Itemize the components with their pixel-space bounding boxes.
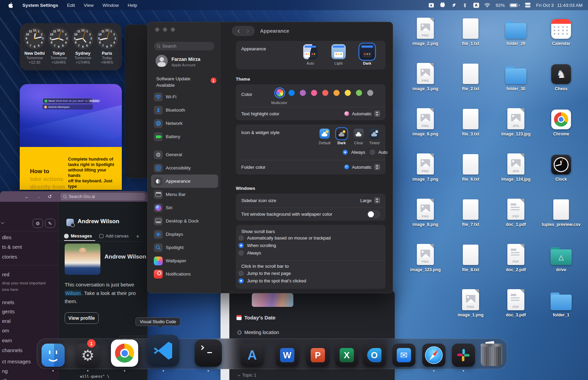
desktop-icon-file-7-txt[interactable]: file_7.txt [450,197,492,227]
text-highlight-dropdown[interactable]: Automatic [344,111,380,117]
swatch-color-1[interactable] [289,90,295,96]
scroll-click-spot-radio[interactable]: Jump to the spot that's clicked [239,278,306,283]
desktop-icon-doc-2-pdf[interactable]: PDFdoc_2.pdf [495,243,537,272]
sidebar-item-directories[interactable]: ctories [2,254,17,260]
scroll-click-next-page-radio[interactable]: Jump to the next page [239,271,291,276]
folder-color-dropdown[interactable]: Automatic [344,164,380,170]
icon-style-dark-thumb[interactable] [337,129,347,139]
battery-icon[interactable] [510,3,520,7]
icon-style-always-radio[interactable]: Always [343,150,365,155]
swatch-color-2[interactable] [300,90,306,96]
dock-item-trash[interactable] [479,341,505,367]
desktop-icon-file-8-txt[interactable]: file_8.txt [450,243,492,272]
menu-help[interactable]: Help [128,3,137,8]
sidebar-item-displays[interactable]: Displays [151,228,218,241]
sidebar-item-random[interactable]: om [2,328,9,333]
menu-app-name[interactable]: System Settings [22,3,58,8]
desktop-icon-image-123-jpg[interactable]: JPGImage_123.jpg [495,107,537,137]
swatch-color-7[interactable] [356,90,362,96]
swatch-color-6[interactable] [345,90,351,96]
sidebar-item-software-update[interactable]: Software Update Available [156,76,191,88]
dock-item-finder[interactable] [42,344,65,367]
desktop-icon-image-8-png[interactable]: PNGimage_8.png [404,197,446,227]
tab-add[interactable]: + [136,233,139,239]
tint-toggle[interactable] [367,211,380,218]
back-chevron-icon[interactable] [238,29,241,33]
leaf-icon[interactable] [451,2,457,8]
slack-search-input[interactable]: Search Gru.ai [61,193,145,200]
swatch-color-5[interactable] [333,90,340,96]
desktop-icon-image-1-png[interactable]: PNGimage_1.png [450,288,492,318]
icon-style-default-thumb[interactable] [320,129,330,139]
view-profile-button[interactable]: View profile [65,312,99,324]
sidebar-item-spotlight[interactable]: Spotlight [151,241,218,254]
desktop-icon-folder-30[interactable]: folder_30 [495,62,537,92]
sidebar-item-bluetooth[interactable]: Bluetooth [151,103,218,117]
slack-settings-button[interactable]: ⚙ [33,219,43,228]
sidebar-item-starred[interactable]: red [2,271,10,277]
mascot-icon[interactable] [439,2,445,8]
sidebar-item-accessibility[interactable]: Accessibility [151,161,218,175]
world-clock-widget[interactable]: 123456789101112New DelhiTomorrow+12:3012… [20,23,122,70]
mode-auto-thumb[interactable] [303,44,317,59]
apple-icon[interactable] [7,2,14,8]
forward-arrow-icon[interactable]: → [36,194,41,199]
tab-messages[interactable]: Messages [64,233,92,238]
desktop-icon-folder-1[interactable]: folder_1 [540,288,582,318]
sidebar-item-wallpaper[interactable]: Wallpaper [151,254,218,267]
desktop-icon-chess[interactable]: ♞Chess [540,62,582,92]
desktop-icon-file-1-txt[interactable]: file_1.txt [450,16,492,46]
sidebar-item-channels[interactable]: nnels [2,299,14,305]
history-icon[interactable]: ↺ [48,194,52,200]
zoom-button[interactable] [171,28,175,32]
menu-window[interactable]: Window [102,3,119,8]
dock-item-vscode[interactable] [147,335,179,367]
sidebar-item-battery[interactable]: Battery [151,130,218,143]
sidebar-item-notifications[interactable]: Notifications [151,267,218,281]
notes-today-row[interactable]: Today's Date [236,315,276,320]
desktop-icon-image-123-png[interactable]: PNGimage_123.png [404,243,446,272]
spotlight-tip-widget[interactable]: Send What time do you land? to Antonio A… [20,84,122,190]
icon-style-tinted-thumb[interactable] [369,129,379,139]
desktop-icon-doc-1-pdf[interactable]: PDFdoc_1.pdf [495,197,537,227]
dock-item-terminal[interactable] [195,340,222,367]
settings-search-input[interactable]: Search [154,42,214,50]
desktop-icon-image-2-png[interactable]: PNGimage_2.png [404,16,446,46]
icon-style-clear-thumb[interactable] [354,129,364,139]
mode-dark-thumb[interactable] [360,44,374,59]
dock-item-excel[interactable]: X [335,344,358,367]
notes-location-row[interactable]: Meeting location [237,330,279,335]
dock-item-word[interactable]: W [276,344,299,367]
forward-chevron-icon[interactable] [246,29,249,33]
sidebar-item-agents[interactable]: gents [2,309,15,314]
drive-icon[interactable] [428,2,434,8]
dock-item-outlook[interactable]: O [363,344,386,367]
tab-add-canvas[interactable]: Add canvas [99,233,129,238]
menu-view[interactable]: View [84,3,94,8]
desktop-icon-file-6-txt[interactable]: file_6.txt [450,152,492,182]
wifi-icon[interactable] [484,2,490,8]
scrollbar-auto-radio[interactable]: Automatically based on mouse or trackpad [239,235,331,241]
desktop-icon-image-7-png[interactable]: PNGimage_7.png [404,152,446,182]
sidebar-item-team[interactable]: eam [2,337,12,343]
scrollbar-always-radio[interactable]: Always [239,250,261,255]
sidebar-item-direct-messages[interactable]: ct messages [2,359,31,364]
close-button[interactable] [155,28,159,32]
sidebar-item-drafts-sent[interactable]: ts & sent [2,244,22,250]
desktop-icon-image-6-png[interactable]: PNGimage_6.png [404,107,446,137]
icon-style-auto-radio[interactable]: Auto [370,150,388,155]
dock-item-mail[interactable]: ✉ [392,344,415,367]
desktop-icon-file-3-txt[interactable]: file_3.txt [450,107,492,137]
desktop-icon-file-2-txt[interactable]: file_2.txt [450,62,492,92]
desktop-icon-calendar[interactable]: Calendar [540,16,582,46]
input-source-icon[interactable]: A [473,2,479,8]
dock-item-slack[interactable] [452,344,475,367]
dock-item-chrome[interactable] [111,340,138,367]
profile-link[interactable]: Wilson [65,290,81,296]
swatch-color-3[interactable] [311,90,317,96]
swatch-color-8[interactable] [367,90,373,96]
swatch-multicolor[interactable] [276,89,283,97]
sidebar-item-appearance[interactable]: Appearance [151,175,218,188]
desktop-icon-tuples-preview-csv[interactable]: tuples_preview.csv [540,197,582,227]
desktop-icon-image-124-jpg[interactable]: JPGImage_124.jpg [495,152,537,182]
